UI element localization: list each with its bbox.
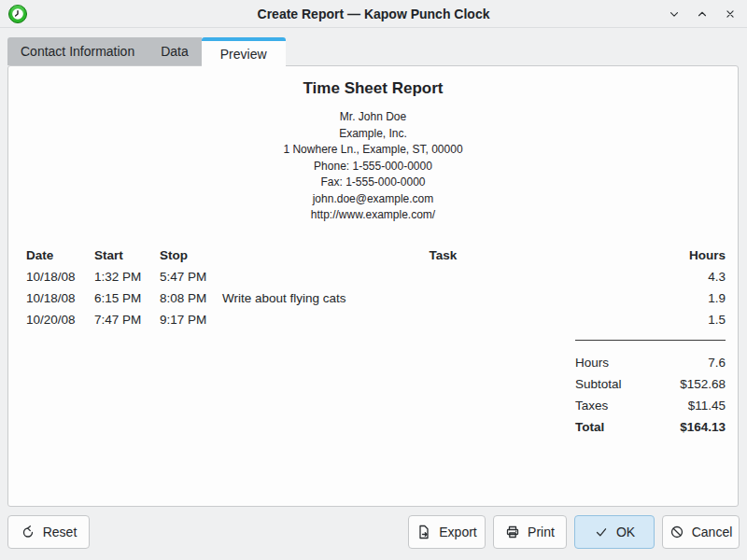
cell-task: Write about flying cats (222, 291, 664, 305)
window-controls (667, 0, 738, 28)
table-row: 10/18/08 1:32 PM 5:47 PM 4.3 (26, 266, 726, 287)
summary-label: Taxes (575, 399, 608, 413)
report-title: Time Sheet Report (8, 79, 738, 98)
header-start: Start (94, 248, 160, 262)
summary-row-taxes: Taxes $11.45 (575, 395, 726, 416)
cell-start: 7:47 PM (94, 313, 160, 327)
printer-icon (505, 525, 520, 539)
print-button[interactable]: Print (493, 515, 567, 549)
tab-data[interactable]: Data (148, 37, 202, 65)
contact-fax: Fax: 1-555-000-0000 (8, 175, 738, 191)
kapow-clock-icon (7, 4, 28, 24)
header-date: Date (26, 248, 94, 262)
cell-stop: 8:08 PM (160, 291, 222, 305)
tab-contact-information[interactable]: Contact Information (7, 37, 148, 65)
contact-email: john.doe@example.com (8, 191, 738, 208)
cell-stop: 5:47 PM (160, 270, 222, 284)
cell-hours: 1.9 (664, 291, 726, 305)
document-export-icon (416, 525, 431, 539)
summary-value: $11.45 (688, 399, 726, 413)
reset-label: Reset (43, 525, 78, 539)
minimize-icon[interactable] (667, 7, 682, 21)
summary-row-subtotal: Subtotal $152.68 (575, 373, 726, 395)
prohibition-icon (669, 525, 684, 539)
summary-value: $152.68 (680, 377, 726, 391)
cell-date: 10/20/08 (26, 313, 94, 327)
summary-block: Hours 7.6 Subtotal $152.68 Taxes $11.45 … (575, 352, 726, 438)
cell-stop: 9:17 PM (160, 313, 222, 327)
contact-name: Mr. John Doe (8, 109, 738, 126)
reset-button[interactable]: Reset (7, 515, 90, 549)
summary-row-hours: Hours 7.6 (575, 352, 726, 373)
header-task: Task (222, 248, 664, 262)
cell-start: 1:32 PM (94, 270, 160, 284)
tab-preview[interactable]: Preview (202, 37, 286, 66)
cell-hours: 1.5 (664, 313, 726, 327)
summary-value: $164.13 (680, 420, 726, 434)
contact-phone: Phone: 1-555-000-0000 (8, 159, 738, 175)
contact-website: http://www.example.com/ (8, 207, 738, 224)
button-bar: Reset Export Print OK Cancel (0, 507, 747, 560)
tab-label: Data (161, 44, 189, 59)
cell-date: 10/18/08 (26, 270, 94, 284)
checkmark-icon (594, 525, 609, 539)
contact-company: Example, Inc. (8, 126, 738, 143)
summary-value: 7.6 (708, 356, 726, 370)
cell-date: 10/18/08 (26, 291, 94, 305)
window-title: Create Report — Kapow Punch Clock (258, 7, 490, 21)
summary-label: Hours (575, 356, 609, 370)
header-hours: Hours (664, 248, 726, 262)
table-header-row: Date Start Stop Task Hours (26, 245, 726, 266)
table-row: 10/18/08 6:15 PM 8:08 PM Write about fly… (26, 287, 726, 309)
table-row: 10/20/08 7:47 PM 9:17 PM 1.5 (26, 309, 726, 330)
summary-row-total: Total $164.13 (575, 416, 726, 438)
ok-label: OK (616, 525, 635, 539)
summary-label: Total (575, 420, 604, 434)
close-icon[interactable] (723, 7, 738, 21)
summary-label: Subtotal (575, 377, 622, 391)
tab-label: Contact Information (21, 44, 134, 59)
tab-bar: Contact Information Data Preview (7, 37, 286, 66)
cell-start: 6:15 PM (94, 291, 160, 305)
header-stop: Stop (160, 248, 222, 262)
cancel-button[interactable]: Cancel (662, 515, 740, 549)
undo-icon (21, 525, 35, 539)
tab-label: Preview (220, 47, 267, 62)
export-button[interactable]: Export (408, 515, 486, 549)
export-label: Export (439, 525, 476, 539)
print-label: Print (528, 525, 555, 539)
cell-hours: 4.3 (664, 270, 726, 284)
titlebar: Create Report — Kapow Punch Clock (0, 0, 747, 28)
contact-address: 1 Nowhere Ln., Example, ST, 00000 (8, 142, 738, 159)
report-preview-panel: Time Sheet Report Mr. John Doe Example, … (7, 65, 739, 507)
ok-button[interactable]: OK (574, 515, 655, 549)
maximize-icon[interactable] (695, 7, 710, 21)
cancel-label: Cancel (692, 525, 733, 539)
contact-block: Mr. John Doe Example, Inc. 1 Nowhere Ln.… (8, 109, 738, 224)
summary-divider (575, 340, 726, 341)
time-entries-table: Date Start Stop Task Hours 10/18/08 1:32… (26, 245, 726, 330)
